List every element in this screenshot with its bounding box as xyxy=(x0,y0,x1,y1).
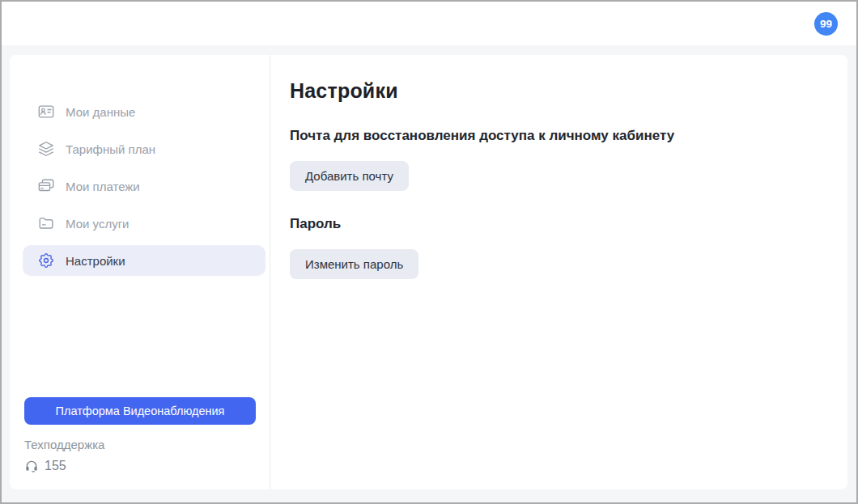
video-platform-button[interactable]: Платформа Видеонаблюдения xyxy=(24,397,256,425)
page-title: Настройки xyxy=(290,79,815,103)
sidebar-item-my-payments[interactable]: Мои платежи xyxy=(23,171,265,201)
settings-content: Настройки Почта для восстановления досту… xyxy=(270,55,847,489)
folder-icon xyxy=(37,214,55,232)
sidebar-item-label: Мои данные xyxy=(66,106,135,118)
sidebar-footer: Платформа Видеонаблюдения Техподдержка 1… xyxy=(24,397,256,473)
headset-icon xyxy=(24,459,39,473)
sidebar-item-my-data[interactable]: Мои данные xyxy=(23,96,265,127)
layers-icon xyxy=(37,140,55,158)
gear-icon xyxy=(37,252,55,269)
recovery-email-section: Почта для восстановления доступа к лично… xyxy=(290,128,815,191)
sidebar-item-settings[interactable]: Настройки xyxy=(23,245,265,276)
id-card-icon xyxy=(37,103,55,121)
add-email-button[interactable]: Добавить почту xyxy=(290,161,409,191)
sidebar-item-tariff-plan[interactable]: Тарифный план xyxy=(23,133,265,164)
sidebar: Мои данные Тарифный план xyxy=(10,55,270,489)
support-phone-number: 155 xyxy=(45,459,66,473)
recovery-email-heading: Почта для восстановления доступа к лично… xyxy=(290,128,815,144)
sidebar-nav: Мои данные Тарифный план xyxy=(23,96,265,282)
change-password-button[interactable]: Изменить пароль xyxy=(290,249,418,279)
sidebar-item-label: Настройки xyxy=(66,255,125,267)
main-panel: Мои данные Тарифный план xyxy=(10,55,847,489)
sidebar-item-my-services[interactable]: Мои услуги xyxy=(23,208,265,239)
sidebar-item-label: Тарифный план xyxy=(66,143,155,155)
credit-card-icon xyxy=(37,177,55,195)
sidebar-item-label: Мои платежи xyxy=(66,180,140,193)
password-heading: Пароль xyxy=(290,216,815,232)
support-phone-row: 155 xyxy=(24,459,256,473)
app-window: 99 Мои данные xyxy=(0,0,858,504)
support-label: Техподдержка xyxy=(24,438,256,451)
notification-badge[interactable]: 99 xyxy=(814,12,838,36)
sidebar-item-label: Мои услуги xyxy=(66,218,130,230)
password-section: Пароль Изменить пароль xyxy=(290,216,815,279)
top-header: 99 xyxy=(2,2,856,45)
